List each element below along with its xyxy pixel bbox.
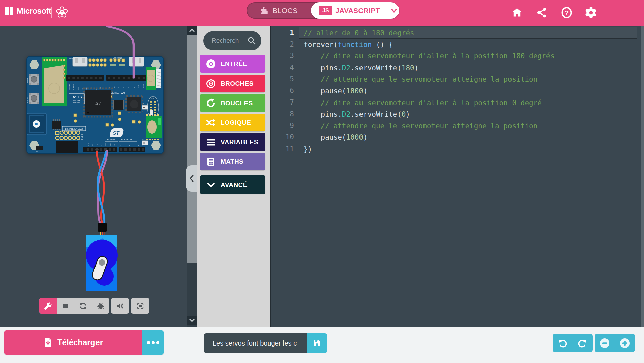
code-line: 9 // attendre que le servomoteur atteign… <box>271 120 641 132</box>
line-number: 8 <box>271 108 299 120</box>
code-line: 4 pins.D2.servoWrite(180) <box>271 62 641 74</box>
line-number: 11 <box>271 143 299 155</box>
project-name-group <box>204 333 327 353</box>
flower-logo-icon[interactable] <box>55 6 68 20</box>
scroll-down-icon[interactable] <box>187 316 197 325</box>
code-line: 7 // dire au servomoteur d'aller à la po… <box>271 97 641 109</box>
more-options-button[interactable] <box>142 330 164 355</box>
zoom-group <box>595 334 635 352</box>
help-icon[interactable]: ? <box>560 6 573 19</box>
rotate-icon <box>205 98 216 109</box>
project-name-input[interactable] <box>204 333 307 353</box>
servo-motor <box>86 235 118 291</box>
debug-bug-icon[interactable] <box>92 298 109 314</box>
line-number: 9 <box>271 120 299 132</box>
svg-text:?: ? <box>565 9 569 17</box>
screenshot-icon[interactable] <box>131 298 149 314</box>
code-line: 6 pause(1000) <box>271 85 641 97</box>
simulator-panel: USER RESET USB OTG <box>0 26 187 327</box>
code-line: 3 // dire au servomoteur d'aller à la po… <box>271 50 641 62</box>
volume-icon[interactable] <box>111 298 129 314</box>
category-label: MATHS <box>221 158 243 165</box>
brand-divider <box>51 7 52 18</box>
collapse-simulator-tab[interactable] <box>186 165 197 192</box>
home-icon[interactable] <box>510 6 524 19</box>
category-avance[interactable]: AVANCÉ <box>200 175 265 194</box>
code-lines: 1// aller de 0 à 180 degrés2forever(func… <box>271 27 641 155</box>
code-line: 10 pause(1000) <box>271 131 641 143</box>
share-icon[interactable] <box>535 6 549 19</box>
download-group: Télécharger <box>4 330 164 355</box>
download-button[interactable]: Télécharger <box>4 330 142 355</box>
redo-button[interactable] <box>573 334 593 352</box>
settings-gear-icon[interactable] <box>584 6 598 19</box>
chevron-down-icon <box>205 179 216 190</box>
zoom-out-button[interactable] <box>595 334 615 352</box>
app-header: Microsoft BLOCS <box>0 0 644 26</box>
category-label: AVANCÉ <box>221 181 248 189</box>
line-number: 3 <box>271 50 299 62</box>
toolbox-divider <box>200 173 265 173</box>
category-label: LOGIQUE <box>221 119 251 126</box>
target-icon <box>205 78 216 89</box>
line-number: 2 <box>271 39 299 50</box>
category-logique[interactable]: LOGIQUE <box>200 114 265 131</box>
save-button[interactable] <box>307 333 327 353</box>
wrench-icon[interactable] <box>39 298 57 314</box>
line-number: 5 <box>271 73 299 85</box>
category-maths[interactable]: MATHS <box>200 153 265 170</box>
line-number: 7 <box>271 97 299 109</box>
code-line: 5 // attendre que le servomoteur atteign… <box>271 73 641 85</box>
puzzle-icon <box>260 6 269 15</box>
list-icon <box>205 137 216 148</box>
blocks-tab[interactable]: BLOCS <box>260 3 298 18</box>
toolbox-search[interactable] <box>203 31 261 50</box>
code-editor[interactable]: 1// aller de 0 à 180 degrés2forever(func… <box>271 26 644 327</box>
editor-mode-toggle: BLOCS JS JAVASCRIPT <box>247 2 399 19</box>
microsoft-logo[interactable]: Microsoft <box>5 6 51 16</box>
stop-icon[interactable] <box>57 298 74 314</box>
line-number: 1 <box>271 27 299 39</box>
footer-bar: Télécharger <box>0 327 644 363</box>
sim-control-group <box>39 298 109 314</box>
toggle-divider <box>385 2 385 19</box>
code-line: 1// aller de 0 à 180 degrés <box>271 27 641 39</box>
save-floppy-icon <box>313 339 321 348</box>
category-broches[interactable]: BROCHES <box>200 75 265 92</box>
simulator-toolbar <box>39 298 149 314</box>
download-file-icon <box>44 337 52 348</box>
category-entree[interactable]: ENTRÉE <box>200 55 265 73</box>
category-label: ENTRÉE <box>221 60 247 68</box>
toolbox-panel: ENTRÉE BROCHES BOUCLES <box>197 26 271 327</box>
servo-connector <box>98 223 107 232</box>
scroll-up-icon[interactable] <box>187 26 197 35</box>
category-label: BOUCLES <box>221 99 253 107</box>
chevron-down-icon[interactable] <box>390 6 399 15</box>
category-label: VARIABLES <box>221 138 258 146</box>
zoom-in-button[interactable] <box>615 334 635 352</box>
shuffle-icon <box>205 117 216 128</box>
calculator-icon <box>205 156 216 167</box>
wiring-and-servo <box>0 26 187 327</box>
line-number: 4 <box>271 62 299 74</box>
javascript-tab-label: JAVASCRIPT <box>335 7 380 15</box>
line-number: 10 <box>271 131 299 143</box>
category-label: BROCHES <box>221 80 254 87</box>
makecode-app: Microsoft BLOCS <box>0 0 644 363</box>
code-line: 8 pins.D2.servoWrite(0) <box>271 108 641 120</box>
line-number: 6 <box>271 85 299 97</box>
microsoft-logo-icon <box>5 7 13 15</box>
undo-button[interactable] <box>553 334 573 352</box>
editor-scrollbar[interactable] <box>641 26 644 327</box>
javascript-tab[interactable]: JS JAVASCRIPT <box>311 2 399 19</box>
category-variables[interactable]: VARIABLES <box>200 133 265 151</box>
scrollbar-thumb[interactable] <box>187 35 197 263</box>
blocks-tab-label: BLOCS <box>273 7 298 15</box>
code-line: 11}) <box>271 143 641 155</box>
refresh-icon[interactable] <box>74 298 92 314</box>
category-boucles[interactable]: BOUCLES <box>200 94 265 112</box>
search-input[interactable] <box>212 31 247 50</box>
undo-redo-group <box>553 334 593 352</box>
download-label: Télécharger <box>57 338 103 347</box>
search-icon <box>247 36 256 45</box>
